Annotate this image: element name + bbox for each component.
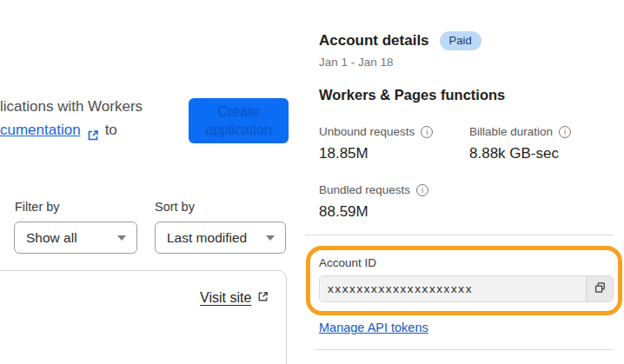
stat-value-billable: 8.88k GB-sec: [469, 145, 559, 162]
copy-icon: [594, 281, 607, 297]
intro-text: lications with Workers cumentation to: [0, 95, 143, 142]
chevron-down-icon: [266, 235, 275, 241]
intro-suffix: to: [105, 118, 117, 142]
workers-pages-dashboard: lications with Workers cumentation to Cr…: [0, 0, 624, 364]
account-id-label: Account ID: [319, 256, 376, 269]
paid-plan-badge: Paid: [440, 31, 481, 50]
filter-dropdown[interactable]: Show all: [14, 222, 137, 254]
stat-label-unbound: Unbound requests i: [319, 125, 433, 138]
filter-by-label: Filter by: [15, 200, 60, 214]
visit-site-link[interactable]: Visit site: [200, 290, 269, 306]
manage-api-tokens-link[interactable]: Manage API tokens: [319, 321, 428, 334]
chevron-down-icon: [117, 235, 126, 241]
applications-card: [0, 270, 287, 364]
account-id-field-group: [319, 275, 614, 302]
info-icon[interactable]: i: [421, 126, 433, 138]
intro-line-1: lications with Workers: [0, 95, 143, 118]
documentation-link[interactable]: cumentation: [0, 118, 81, 142]
divider: [305, 235, 614, 235]
sort-dropdown[interactable]: Last modified: [155, 222, 286, 254]
info-icon[interactable]: i: [416, 184, 428, 196]
create-button-line2: application: [205, 121, 272, 139]
stat-label-text: Billable duration: [469, 125, 553, 138]
stat-value-unbound: 18.85M: [319, 145, 368, 162]
filter-dropdown-value: Show all: [26, 230, 109, 246]
stat-label-text: Bundled requests: [319, 183, 410, 196]
stat-label-text: Unbound requests: [319, 125, 415, 138]
stat-value-bundled: 88.59M: [319, 203, 368, 221]
external-link-icon: [87, 125, 99, 137]
account-id-input[interactable]: [320, 276, 586, 301]
intro-line-2: cumentation to: [0, 118, 143, 142]
create-application-button[interactable]: Create application: [189, 98, 289, 143]
sort-by-label: Sort by: [155, 200, 195, 214]
copy-button[interactable]: [586, 276, 613, 301]
info-icon[interactable]: i: [559, 126, 571, 138]
date-range: Jan 1 - Jan 18: [319, 56, 394, 69]
divider: [315, 349, 614, 350]
functions-section-title: Workers & Pages functions: [319, 87, 505, 103]
stat-label-billable: Billable duration i: [469, 125, 571, 138]
sort-dropdown-value: Last modified: [167, 230, 257, 246]
account-details-title: Account details: [319, 32, 429, 50]
visit-site-label: Visit site: [200, 290, 251, 306]
external-link-icon: [257, 290, 269, 306]
create-button-line1: Create: [217, 103, 259, 121]
stat-label-bundled: Bundled requests i: [319, 183, 428, 196]
